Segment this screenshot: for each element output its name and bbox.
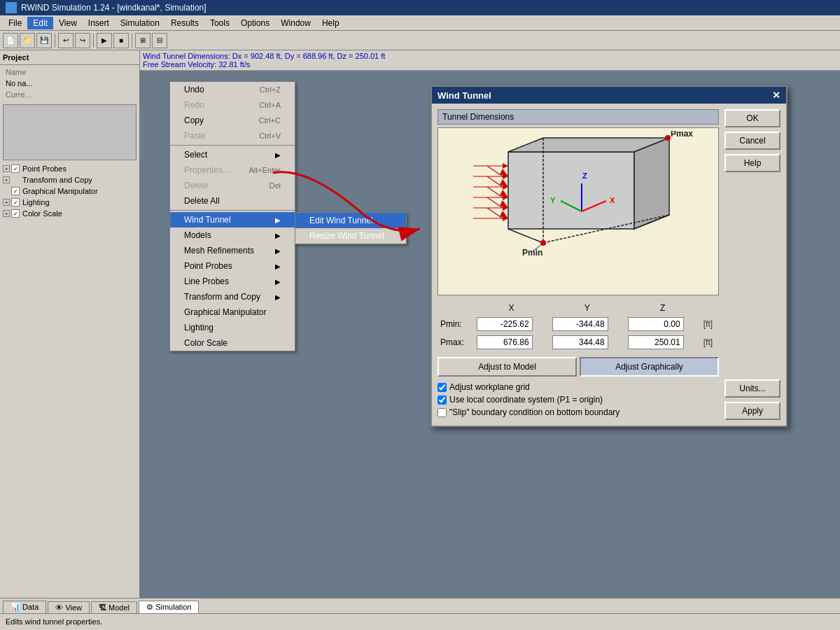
toolbar-undo[interactable]: ↩	[58, 33, 74, 48]
help-button[interactable]: Help	[724, 154, 780, 172]
tree-item-3[interactable]: + ✓ Lighting	[0, 197, 139, 208]
menu-graphical-manipulator[interactable]: Graphical Manipulator	[170, 304, 295, 320]
checkbox-4[interactable]: ✓	[11, 209, 20, 218]
units-button[interactable]: Units...	[724, 379, 780, 398]
menu-properties: Properties... Alt+Enter	[170, 162, 295, 178]
y-header: Y	[550, 301, 625, 315]
menu-paste: Paste Ctrl+V	[170, 128, 295, 144]
checkbox-2[interactable]: ✓	[11, 187, 20, 195]
menu-view[interactable]: View	[53, 17, 83, 29]
menu-resize-wind-tunnel[interactable]: Resize Wind Tunnel	[295, 228, 406, 244]
checkbox-3[interactable]: ✓	[11, 198, 20, 206]
data-tab-icon: 📊	[10, 603, 22, 611]
adjust-to-model-button[interactable]: Adjust to Model	[438, 357, 577, 377]
svg-text:X: X	[610, 196, 615, 204]
pmin-x-input[interactable]	[477, 317, 533, 331]
menu-help[interactable]: Help	[316, 17, 345, 29]
tree-label-4: Color Scale	[22, 209, 62, 218]
toolbar-run[interactable]: ▶	[97, 33, 112, 48]
dialog-close-button[interactable]: ✕	[772, 90, 780, 101]
menu-results[interactable]: Results	[165, 17, 204, 29]
menu-select[interactable]: Select ▶	[170, 147, 295, 162]
menu-delete-all[interactable]: Delete All	[170, 193, 295, 209]
local-coord-checkbox[interactable]	[438, 396, 447, 405]
tree-item-1[interactable]: + Transform and Copy	[0, 174, 139, 186]
expand-icon-0[interactable]: +	[3, 165, 10, 172]
svg-line-22	[487, 176, 503, 187]
toolbar-new[interactable]: 📄	[3, 33, 18, 48]
wind-tunnel-submenu: Edit Wind Tunnel... Resize Wind Tunnel	[295, 212, 407, 244]
menu-edit[interactable]: Edit	[27, 17, 53, 29]
wind-tunnel-dialog: Wind Tunnel ✕ Tunnel Dimensions	[430, 85, 788, 427]
local-coord-label: Use local coordinate system (P1 = origin…	[449, 395, 603, 405]
cancel-button[interactable]: Cancel	[724, 132, 780, 150]
menu-edit-wind-tunnel[interactable]: Edit Wind Tunnel...	[295, 213, 406, 228]
adjust-workplane-checkbox[interactable]	[438, 383, 447, 392]
expand-icon-4[interactable]: +	[3, 210, 10, 217]
menu-lighting[interactable]: Lighting	[170, 320, 295, 335]
tab-simulation[interactable]: ⚙ Simulation	[139, 601, 199, 613]
tree-item-2[interactable]: ✓ Graphical Manipulator	[0, 186, 139, 197]
slip-boundary-checkbox[interactable]	[438, 408, 447, 417]
adjust-graphically-button[interactable]: Adjust Graphically	[580, 357, 719, 377]
toolbar-save[interactable]: 💾	[36, 33, 52, 48]
expand-icon-3[interactable]: +	[3, 199, 10, 206]
menu-wind-tunnel[interactable]: Wind Tunnel ▶ Edit Wind Tunnel... Resize…	[170, 212, 295, 227]
model-tab-icon: 🏗	[99, 603, 108, 612]
view-tab-icon: 👁	[55, 603, 65, 612]
menu-color-scale[interactable]: Color Scale	[170, 335, 295, 351]
menu-models[interactable]: Models ▶	[170, 227, 295, 243]
svg-marker-3	[634, 138, 669, 229]
tab-data[interactable]: 📊 Data	[3, 601, 46, 613]
panel-name-section: Name No na... Curre...	[0, 65, 139, 102]
toolbar-redo[interactable]: ↪	[75, 33, 90, 48]
menu-window[interactable]: Window	[275, 17, 316, 29]
pmax-z-input[interactable]	[628, 335, 684, 349]
adjust-workplane-label: Adjust workplane grid	[449, 382, 530, 392]
project-label: Project	[3, 53, 136, 62]
tab-view[interactable]: 👁 View	[48, 601, 90, 613]
pmin-y-input[interactable]	[552, 317, 608, 331]
svg-text:Pmax: Pmax	[671, 131, 693, 139]
tree-item-4[interactable]: + ✓ Color Scale	[0, 208, 139, 219]
pmax-x-input[interactable]	[477, 335, 533, 349]
menu-delete: Delete Del	[170, 178, 295, 193]
svg-marker-1	[508, 152, 634, 229]
pmin-z-input[interactable]	[628, 317, 684, 331]
menu-options[interactable]: Options	[235, 17, 275, 29]
simulation-tab-icon: ⚙	[146, 603, 155, 611]
ok-button[interactable]: OK	[724, 109, 780, 127]
menu-tools[interactable]: Tools	[204, 17, 235, 29]
apply-button[interactable]: Apply	[724, 402, 780, 420]
expand-icon-1[interactable]: +	[3, 176, 10, 183]
menu-mesh-refinements[interactable]: Mesh Refinements ▶	[170, 243, 295, 258]
toolbar-open[interactable]: 📁	[20, 33, 35, 48]
toolbar-sep1	[55, 34, 55, 48]
pmax-y-input[interactable]	[552, 335, 608, 349]
toolbar-view1[interactable]: ⊞	[135, 33, 150, 48]
menu-copy[interactable]: Copy Ctrl+C	[170, 113, 295, 128]
tunnel-preview: Z X Y Pmax Pmin	[438, 127, 719, 295]
tab-model[interactable]: 🏗 Model	[91, 601, 137, 613]
toolbar-sep3	[132, 34, 132, 48]
menu-redo: Redo Ctrl+A	[170, 97, 295, 113]
tree-label-0: Point Probes	[22, 164, 66, 173]
toolbar-stop[interactable]: ■	[113, 33, 129, 48]
checkbox-0[interactable]: ✓	[11, 164, 20, 173]
tree-item-0[interactable]: + ✓ Point Probes	[0, 163, 139, 174]
menu-undo[interactable]: Undo Ctrl+Z	[170, 82, 295, 97]
menu-file[interactable]: File	[3, 17, 27, 29]
menu-simulation[interactable]: Simulation	[115, 17, 165, 29]
dialog-main: Tunnel Dimensions	[438, 109, 719, 420]
checkbox-row-3: "Slip" boundary condition on bottom boun…	[438, 407, 719, 417]
current-label: Curre...	[3, 89, 136, 100]
toolbar-view2[interactable]: ⊟	[152, 33, 167, 48]
dialog-buttons: OK Cancel Help Units... Apply	[724, 109, 780, 420]
menu-transform-copy[interactable]: Transform and Copy ▶	[170, 289, 295, 304]
menu-line-probes[interactable]: Line Probes ▶	[170, 274, 295, 289]
coord-table: X Y Z Pmin: [ft] P	[438, 301, 719, 351]
info-bar: Wind Tunnel Dimensions: Dx = 902.48 ft, …	[140, 50, 840, 71]
menu-insert[interactable]: Insert	[83, 17, 115, 29]
panel-preview	[3, 104, 136, 160]
menu-point-probes[interactable]: Point Probes ▶	[170, 258, 295, 274]
